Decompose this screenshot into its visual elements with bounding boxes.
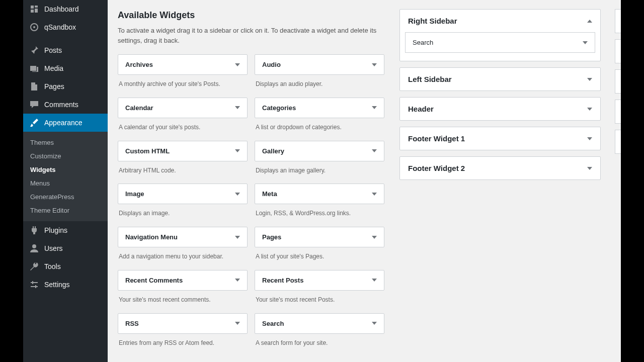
widget-desc: A list or dropdown of categories.: [255, 118, 384, 139]
available-widget[interactable]: Gallery: [255, 141, 384, 161]
sidebar-item-tools[interactable]: Tools: [23, 257, 108, 276]
widget-cell: Recent PostsYour site's most recent Post…: [255, 270, 384, 311]
dashboard-icon: [29, 4, 39, 14]
widget-desc: A search form for your site.: [255, 334, 384, 354]
comment-icon: [29, 100, 39, 110]
sidebar-item-settings[interactable]: Settings: [23, 276, 108, 294]
appearance-submenu: Themes Customize Widgets Menus GenerateP…: [23, 132, 108, 221]
available-widget[interactable]: Search: [255, 313, 384, 334]
widget-cell: GalleryDisplays an image gallery.: [255, 141, 384, 182]
widget-cell: RSSEntries from any RSS or Atom feed.: [118, 313, 248, 354]
widget-desc: A monthly archive of your site's Posts.: [118, 75, 248, 96]
widget-area-header[interactable]: Footer Widget 1: [400, 127, 600, 150]
widget-area-title: Header: [408, 105, 434, 113]
widget-area-title: Footer Widget 2: [408, 164, 465, 172]
sidebar-item-comments[interactable]: Comments: [23, 96, 108, 114]
chevron-down-icon: [372, 322, 377, 325]
sidebar-label: Comments: [44, 101, 78, 109]
widget-desc: Your site's most recent Posts.: [255, 291, 384, 311]
sidebar-item-appearance[interactable]: Appearance: [23, 114, 108, 132]
user-icon: [29, 243, 39, 253]
widget-area-header[interactable]: Right Sidebar: [400, 10, 600, 32]
widget-grid: ArchivesA monthly archive of your site's…: [118, 54, 384, 356]
sidebar-item-dashboard[interactable]: Dashboard: [23, 0, 108, 18]
plugin-icon: [29, 225, 39, 235]
available-widget[interactable]: Audio: [255, 54, 384, 75]
widget-desc: Displays an image.: [118, 204, 248, 225]
chevron-down-icon: [235, 193, 240, 196]
widget-area-title: Left Sidebar: [408, 75, 452, 83]
submenu-generatepress[interactable]: GeneratePress: [23, 190, 108, 204]
submenu-customize[interactable]: Customize: [23, 149, 108, 163]
widget-cell: ImageDisplays an image.: [118, 184, 248, 225]
sidebar-item-pages[interactable]: Pages: [23, 77, 108, 96]
available-widgets-title: Available Widgets: [118, 10, 384, 21]
widget-name: Recent Posts: [262, 277, 303, 284]
submenu-menus[interactable]: Menus: [23, 176, 108, 190]
widget-area-title: Right Sidebar: [408, 17, 457, 25]
submenu-themes[interactable]: Themes: [23, 136, 108, 149]
svg-point-2: [32, 244, 36, 248]
widget-desc: Displays an image gallery.: [255, 161, 384, 182]
available-widget[interactable]: Calendar: [118, 98, 248, 118]
sidebar-label: Dashboard: [44, 5, 79, 13]
available-widget[interactable]: Image: [118, 184, 248, 204]
chevron-down-icon: [235, 279, 240, 282]
widget-desc: Entries from any RSS or Atom feed.: [118, 334, 248, 354]
sidebar-label: Pages: [44, 82, 64, 90]
offscreen-panel-peek: [615, 0, 621, 160]
widget-cell: Recent CommentsYour site's most recent c…: [118, 270, 248, 311]
chevron-down-icon: [587, 78, 592, 81]
sidebar-item-plugins[interactable]: Plugins: [23, 221, 108, 239]
widget-desc: A calendar of your site's posts.: [118, 118, 248, 139]
chevron-down-icon: [587, 137, 592, 140]
sidebar-item-media[interactable]: Media: [23, 59, 108, 77]
widget-desc: Login, RSS, & WordPress.org links.: [255, 204, 384, 225]
widget-name: Gallery: [262, 147, 284, 155]
submenu-theme-editor[interactable]: Theme Editor: [23, 204, 108, 217]
admin-sidebar: Dashboard qSandbox Posts Media Pages Com…: [23, 0, 108, 362]
widget-area-header[interactable]: Footer Widget 2: [400, 157, 600, 179]
widget-area-header[interactable]: Header: [400, 98, 600, 120]
widget-area: Footer Widget 2: [399, 156, 601, 180]
widget-cell: AudioDisplays an audio player.: [255, 54, 384, 96]
available-widget[interactable]: Pages: [255, 227, 384, 247]
chevron-down-icon: [583, 41, 588, 44]
sidebar-label: Plugins: [44, 226, 67, 234]
widget-name: RSS: [125, 320, 139, 327]
available-widget[interactable]: Archives: [118, 54, 248, 75]
widget-cell: Custom HTMLArbitrary HTML code.: [118, 141, 248, 182]
sidebar-item-qsandbox[interactable]: qSandbox: [23, 18, 108, 36]
media-icon: [29, 63, 39, 73]
available-widget[interactable]: Categories: [255, 98, 384, 118]
tool-icon: [29, 261, 39, 272]
brush-icon: [29, 118, 39, 128]
available-widget[interactable]: Recent Posts: [255, 270, 384, 291]
submenu-widgets[interactable]: Widgets: [23, 163, 108, 176]
chevron-down-icon: [372, 63, 377, 66]
chevron-down-icon: [587, 108, 592, 111]
main-content: Available Widgets To activate a widget d…: [108, 0, 621, 362]
widget-name: Archives: [125, 61, 153, 68]
placed-widget[interactable]: Search: [405, 32, 595, 53]
sidebar-item-posts[interactable]: Posts: [23, 41, 108, 59]
available-widget[interactable]: Custom HTML: [118, 141, 248, 161]
chevron-down-icon: [372, 236, 377, 239]
widget-area: Header: [399, 97, 601, 121]
available-widget[interactable]: Meta: [255, 184, 384, 204]
chevron-down-icon: [372, 279, 377, 282]
sidebar-item-users[interactable]: Users: [23, 239, 108, 257]
chevron-down-icon: [372, 149, 377, 152]
chevron-down-icon: [235, 322, 240, 325]
widget-area-header[interactable]: Left Sidebar: [400, 68, 600, 90]
widget-name: Search: [262, 320, 284, 327]
available-widget[interactable]: Navigation Menu: [118, 227, 248, 247]
chevron-down-icon: [372, 106, 377, 109]
available-widgets-column: Available Widgets To activate a widget d…: [118, 0, 399, 352]
page-icon: [29, 81, 39, 92]
widget-cell: CategoriesA list or dropdown of categori…: [255, 98, 384, 139]
chevron-down-icon: [587, 167, 592, 170]
widget-area-body: Search: [400, 32, 600, 61]
available-widget[interactable]: Recent Comments: [118, 270, 248, 291]
available-widget[interactable]: RSS: [118, 313, 248, 334]
